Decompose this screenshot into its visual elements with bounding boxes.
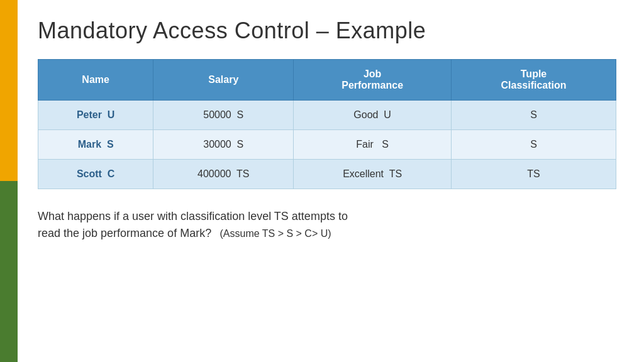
cell-salary-2: 30000 S — [153, 130, 294, 160]
cell-tuple-3: TS — [452, 160, 616, 189]
cell-job-1: Good U — [294, 101, 452, 130]
table-row: Peter U 50000 S Good U S — [38, 101, 616, 130]
cell-name-1: Peter U — [38, 101, 153, 130]
cell-tuple-2: S — [452, 130, 616, 160]
col-header-name: Name — [38, 60, 153, 101]
accent-bar-bottom — [0, 181, 18, 362]
cell-salary-3: 400000 TS — [153, 160, 294, 189]
footer-sub-text: (Assume TS > S > C> U) — [211, 228, 331, 239]
page-title: Mandatory Access Control – Example — [38, 18, 619, 44]
main-content: Mandatory Access Control – Example Name … — [25, 0, 644, 255]
cell-salary-1: 50000 S — [153, 101, 294, 130]
col-header-tuple-classification: TupleClassification — [452, 60, 616, 101]
footer-text: What happens if a user with classificati… — [38, 208, 591, 242]
data-table: Name Salary JobPerformance TupleClassifi… — [38, 59, 616, 189]
col-header-job-performance: JobPerformance — [294, 60, 452, 101]
accent-bars — [0, 0, 18, 362]
cell-name-3: Scott C — [38, 160, 153, 189]
table-row: Mark S 30000 S Fair S S — [38, 130, 616, 160]
table-row: Scott C 400000 TS Excellent TS TS — [38, 160, 616, 189]
table-header-row: Name Salary JobPerformance TupleClassifi… — [38, 60, 616, 101]
cell-name-2: Mark S — [38, 130, 153, 160]
cell-job-3: Excellent TS — [294, 160, 452, 189]
accent-bar-top — [0, 0, 18, 181]
cell-job-2: Fair S — [294, 130, 452, 160]
cell-tuple-1: S — [452, 101, 616, 130]
col-header-salary: Salary — [153, 60, 294, 101]
